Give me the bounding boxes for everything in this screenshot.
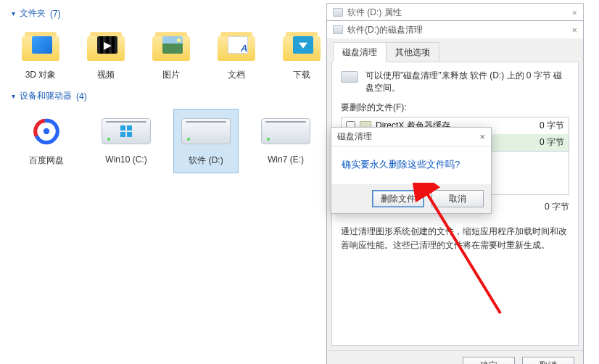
folder-pictures[interactable]: 图片 [145, 27, 197, 81]
dialog-buttons: 确定 取消 [327, 350, 583, 364]
drive-label: 百度网盘 [17, 154, 75, 167]
windows-icon [120, 125, 132, 137]
properties-titlebar[interactable]: 软件 (D:) 属性 × [327, 4, 583, 21]
tab-disk-cleanup[interactable]: 磁盘清理 [333, 42, 387, 62]
drive-d[interactable]: 软件 (D:) [174, 109, 238, 173]
folder-3d-objects[interactable]: 3D 对象 [15, 27, 67, 81]
section-count: (4) [76, 91, 87, 102]
cancel-button[interactable]: 取消 [431, 190, 484, 207]
section-count: (7) [50, 9, 61, 19]
cleanup-title: 软件(D:)的磁盘清理 [347, 24, 423, 36]
section-title: 设备和驱动器 [20, 90, 72, 102]
drive-label: 软件 (D:) [177, 154, 235, 167]
folder-documents[interactable]: 文档 [210, 27, 263, 81]
drive-icon [341, 71, 358, 83]
folder-label: 下载 [276, 69, 328, 81]
drive-label: Win7 (E:) [257, 154, 315, 165]
delete-files-button[interactable]: 删除文件 [372, 190, 424, 207]
confirm-dialog: 磁盘清理 × 确实要永久删除这些文件吗? 删除文件 取消 [331, 127, 492, 214]
confirm-titlebar[interactable]: 磁盘清理 × [331, 128, 491, 146]
cancel-button[interactable]: 取消 [522, 357, 574, 364]
tab-other-options[interactable]: 其他选项 [386, 42, 439, 62]
drive-baidu[interactable]: 百度网盘 [15, 109, 78, 173]
file-size: 0 字节 [540, 120, 564, 132]
description: 通过清理图形系统创建的文件，缩短应用程序加载时间和改善响应性能。这些已清理的文件… [341, 225, 569, 252]
chevron-down-icon: ▾ [12, 9, 15, 17]
folder-videos[interactable]: ▶ 视频 [80, 27, 132, 81]
folder-label: 文档 [210, 69, 263, 81]
files-label: 要删除的文件(F): [341, 102, 569, 114]
chevron-down-icon: ▾ [12, 92, 15, 100]
drive-c[interactable]: Win10 (C:) [94, 109, 158, 173]
svg-rect-1 [120, 125, 125, 131]
section-title: 文件夹 [20, 7, 46, 20]
drive-label: Win10 (C:) [97, 154, 155, 165]
drive-e[interactable]: Win7 (E:) [254, 109, 318, 173]
confirm-message: 确实要永久删除这些文件吗? [342, 158, 481, 171]
ok-button[interactable]: 确定 [463, 357, 515, 364]
close-icon[interactable]: × [571, 25, 577, 36]
drive-icon [333, 25, 343, 34]
close-icon[interactable]: × [479, 131, 485, 142]
properties-title: 软件 (D:) 属性 [347, 7, 402, 19]
file-size: 0 字节 [540, 136, 564, 149]
folder-downloads[interactable]: 下载 [276, 27, 328, 81]
cleanup-titlebar[interactable]: 软件(D:)的磁盘清理 × [327, 21, 583, 38]
folder-label: 3D 对象 [15, 69, 67, 81]
close-icon[interactable]: × [571, 7, 577, 18]
info-text: 可以使用"磁盘清理"来释放 软件 (D:) 上的 0 字节 磁盘空间。 [365, 70, 569, 94]
drive-icon [333, 8, 343, 17]
svg-rect-3 [120, 132, 125, 137]
svg-rect-4 [127, 132, 132, 137]
baidu-icon [29, 114, 64, 149]
tabs: 磁盘清理 其他选项 [327, 38, 583, 62]
confirm-title: 磁盘清理 [337, 131, 372, 143]
svg-rect-2 [127, 125, 132, 131]
folder-label: 视频 [80, 69, 132, 81]
folder-label: 图片 [145, 69, 197, 81]
properties-window: 软件 (D:) 属性 × [326, 3, 584, 22]
svg-point-0 [44, 128, 49, 134]
confirm-buttons: 删除文件 取消 [331, 184, 491, 213]
